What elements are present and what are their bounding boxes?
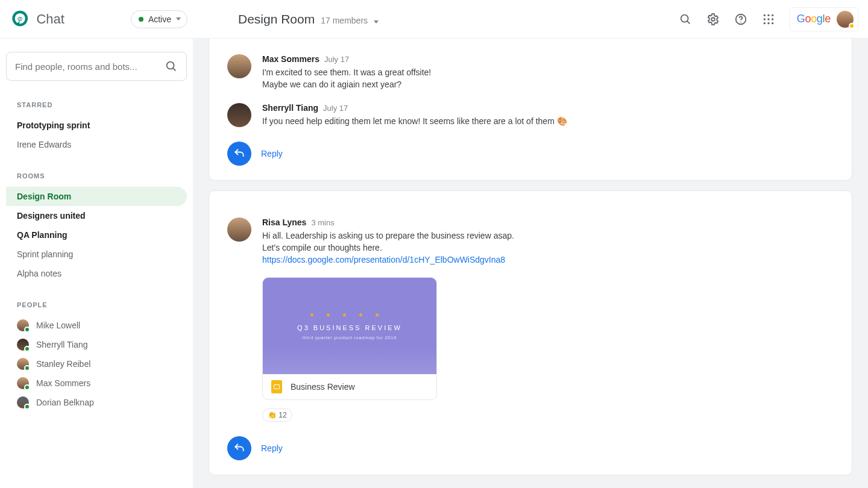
section-people: PEOPLE Mike LowellSherryll TiangStanley … <box>6 298 187 412</box>
reaction-chip[interactable]: 👏 12 <box>262 408 292 422</box>
room-header[interactable]: Design Room 17 members <box>238 12 379 27</box>
message-body: I'm excited to see them. It was a great … <box>262 66 834 91</box>
sidebar-item[interactable]: Design Room <box>6 187 187 206</box>
google-logo-text: Google <box>797 13 831 25</box>
account-switcher[interactable]: Google <box>789 7 858 31</box>
sidebar-item-label: Dorian Belknap <box>36 398 94 407</box>
section-starred: STARRED Prototyping sprintIrene Edwards <box>6 98 187 154</box>
reply-arrow-icon <box>233 148 245 160</box>
sidebar-item[interactable]: Prototyping sprint <box>6 116 187 135</box>
message-timestamp: July 17 <box>324 55 349 64</box>
thread-card: Risa Lynes3 minsHi all. Leadership is as… <box>209 190 852 475</box>
chevron-down-icon <box>176 17 181 20</box>
sidebar-item-label: Irene Edwards <box>17 140 71 149</box>
sidebar-item[interactable]: Mike Lowell <box>6 316 187 335</box>
sidebar-search[interactable] <box>6 52 187 81</box>
sidebar-item-label: Prototyping sprint <box>17 120 90 130</box>
brand-cluster: @ Chat Active <box>10 8 187 30</box>
section-rooms: ROOMS Design RoomDesigners unitedQA Plan… <box>6 169 187 283</box>
search-input[interactable] <box>15 61 165 72</box>
presence-dot-icon <box>24 346 30 352</box>
sidebar-item-label: Design Room <box>17 192 71 201</box>
message-body: If you need help editing them let me kno… <box>262 115 834 127</box>
svg-line-18 <box>173 68 175 70</box>
chevron-down-icon <box>374 20 379 23</box>
skyline-graphic <box>263 345 436 374</box>
sidebar-item[interactable]: Designers united <box>6 206 187 225</box>
svg-line-4 <box>687 20 690 23</box>
sidebar-item[interactable]: QA Planning <box>6 225 187 245</box>
svg-point-14 <box>763 22 765 24</box>
sidebar-item-label: Max Sommers <box>36 378 90 388</box>
sidebar-item[interactable]: Stanley Reibel <box>6 354 187 374</box>
help-button[interactable] <box>734 12 748 27</box>
reply-link[interactable]: Reply <box>261 443 283 453</box>
avatar <box>227 103 251 127</box>
message-timestamp: 3 mins <box>311 218 334 227</box>
svg-point-3 <box>681 14 688 22</box>
message-body: Hi all. Leadership is asking us to prepa… <box>262 230 834 266</box>
section-label: STARRED <box>6 98 187 116</box>
reply-link[interactable]: Reply <box>261 149 283 158</box>
avatar <box>17 339 29 351</box>
reply-row: Reply <box>227 436 834 460</box>
product-name: Chat <box>36 11 64 27</box>
sidebar-item[interactable]: Max Sommers <box>6 374 187 393</box>
reply-button[interactable] <box>227 142 251 166</box>
svg-point-15 <box>767 22 769 24</box>
status-selector[interactable]: Active <box>131 10 187 28</box>
message-timestamp: July 17 <box>323 104 348 113</box>
svg-point-11 <box>763 18 765 20</box>
svg-point-8 <box>763 14 765 16</box>
reply-row: Reply <box>227 142 834 166</box>
search-icon <box>165 60 178 73</box>
sidebar: STARRED Prototyping sprintIrene Edwards … <box>0 39 193 488</box>
message: Sherryll TiangJuly 17If you need help ed… <box>227 103 834 127</box>
room-title: Design Room <box>238 12 315 27</box>
main-layout: STARRED Prototyping sprintIrene Edwards … <box>0 39 868 488</box>
search-button[interactable] <box>678 12 693 27</box>
presence-dot-icon <box>849 23 855 29</box>
help-icon <box>734 13 747 26</box>
sidebar-item-label: Sherryll Tiang <box>36 340 88 349</box>
attachment-title: Business Review <box>291 382 355 392</box>
search-icon <box>679 13 692 26</box>
avatar <box>17 396 29 408</box>
sidebar-item[interactable]: Irene Edwards <box>6 135 187 154</box>
svg-point-13 <box>772 18 773 20</box>
settings-button[interactable] <box>706 12 720 27</box>
avatar <box>227 217 251 242</box>
thread-card: Max SommersJuly 17I'm excited to see the… <box>209 39 852 181</box>
svg-point-16 <box>772 22 773 24</box>
star-row-icon: ★★★★★ <box>309 311 391 318</box>
sidebar-item[interactable]: Dorian Belknap <box>6 393 187 412</box>
message-link[interactable]: https://docs.google.com/presentation/d/1… <box>262 255 505 264</box>
section-label: ROOMS <box>6 169 187 187</box>
chat-logo-icon: @ <box>10 8 30 30</box>
section-label: PEOPLE <box>6 298 187 316</box>
message-author: Risa Lynes <box>262 217 306 227</box>
sidebar-item-label: QA Planning <box>17 230 67 240</box>
sidebar-item[interactable]: Alpha notes <box>6 264 187 283</box>
attachment-hero: ★★★★★Q3 BUSINESS REVIEWthird quarter pro… <box>263 278 436 374</box>
thread-pane[interactable]: Max SommersJuly 17I'm excited to see the… <box>193 39 868 488</box>
svg-point-17 <box>167 62 174 69</box>
presence-dot-icon <box>24 365 30 371</box>
avatar <box>17 319 29 331</box>
reply-button[interactable] <box>227 436 251 460</box>
message: Risa Lynes3 minsHi all. Leadership is as… <box>227 217 834 422</box>
presence-dot-icon <box>24 404 30 410</box>
attachment-hero-subtitle: third quarter product roadmap for 2018 <box>303 335 397 340</box>
room-subtitle: 17 members <box>321 16 368 25</box>
sidebar-item[interactable]: Sherryll Tiang <box>6 335 187 354</box>
apps-button[interactable] <box>761 12 776 27</box>
sidebar-item-label: Sprint planning <box>17 249 73 259</box>
sidebar-item[interactable]: Sprint planning <box>6 245 187 264</box>
top-bar: @ Chat Active Design Room 17 members Goo… <box>0 0 868 39</box>
svg-point-10 <box>772 14 773 16</box>
message: Max SommersJuly 17I'm excited to see the… <box>227 54 834 91</box>
status-label: Active <box>148 14 171 24</box>
attachment-card[interactable]: ★★★★★Q3 BUSINESS REVIEWthird quarter pro… <box>262 277 437 400</box>
presence-dot-icon <box>24 384 30 390</box>
avatar <box>227 54 251 78</box>
